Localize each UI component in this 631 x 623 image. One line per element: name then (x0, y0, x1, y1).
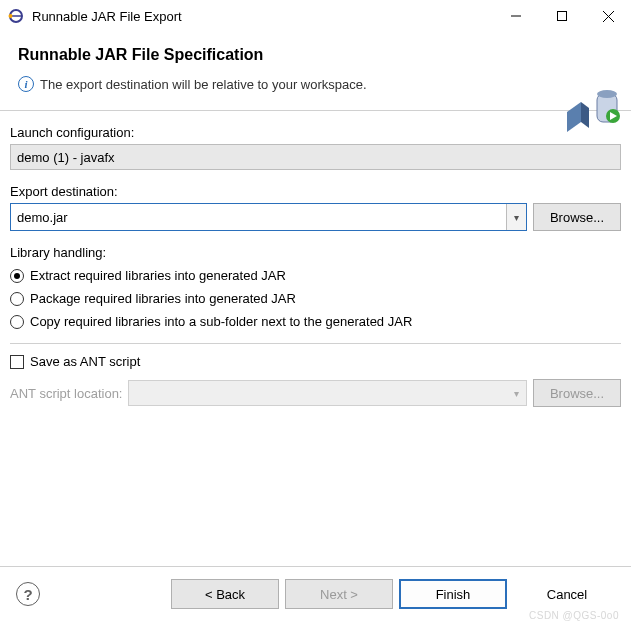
section-separator (10, 343, 621, 344)
library-handling-label: Library handling: (10, 245, 621, 260)
svg-point-10 (597, 90, 617, 98)
save-ant-label: Save as ANT script (30, 354, 140, 369)
content-area: Launch configuration: demo (1) - javafx … (0, 111, 631, 421)
chevron-down-icon[interactable]: ▾ (506, 204, 526, 230)
radio-copy[interactable]: Copy required libraries into a sub-folde… (10, 314, 621, 329)
jar-icon (567, 80, 623, 139)
radio-icon (10, 269, 24, 283)
wizard-header: Runnable JAR File Specification i The ex… (0, 32, 631, 110)
save-ant-checkbox[interactable]: Save as ANT script (10, 354, 621, 369)
help-button[interactable]: ? (16, 582, 40, 606)
export-dest-value: demo.jar (17, 210, 68, 225)
checkbox-icon (10, 355, 24, 369)
ant-location-label: ANT script location: (10, 386, 122, 401)
header-message-text: The export destination will be relative … (40, 77, 367, 92)
export-dest-input[interactable]: demo.jar ▾ (10, 203, 527, 231)
radio-copy-label: Copy required libraries into a sub-folde… (30, 314, 412, 329)
minimize-button[interactable] (493, 0, 539, 32)
export-dest-label: Export destination: (10, 184, 621, 199)
header-message: i The export destination will be relativ… (18, 76, 613, 92)
watermark: CSDN @QGS-0o0 (529, 610, 619, 621)
eclipse-icon (8, 8, 24, 24)
radio-package[interactable]: Package required libraries into generate… (10, 291, 621, 306)
window-title: Runnable JAR File Export (32, 9, 493, 24)
svg-marker-7 (567, 102, 581, 132)
launch-config-combo[interactable]: demo (1) - javafx (10, 144, 621, 170)
info-icon: i (18, 76, 34, 92)
browse-export-button[interactable]: Browse... (533, 203, 621, 231)
back-button[interactable]: < Back (171, 579, 279, 609)
radio-package-label: Package required libraries into generate… (30, 291, 296, 306)
window-buttons (493, 0, 631, 32)
radio-icon (10, 315, 24, 329)
chevron-down-icon: ▾ (506, 381, 526, 405)
browse-ant-button: Browse... (533, 379, 621, 407)
maximize-button[interactable] (539, 0, 585, 32)
cancel-button[interactable]: Cancel (513, 579, 621, 609)
launch-config-value: demo (1) - javafx (17, 150, 115, 165)
page-title: Runnable JAR File Specification (18, 46, 613, 64)
next-button: Next > (285, 579, 393, 609)
svg-point-2 (9, 14, 13, 18)
close-button[interactable] (585, 0, 631, 32)
launch-config-label: Launch configuration: (10, 125, 621, 140)
radio-extract-label: Extract required libraries into generate… (30, 268, 286, 283)
finish-button[interactable]: Finish (399, 579, 507, 609)
svg-rect-4 (558, 12, 567, 21)
radio-extract[interactable]: Extract required libraries into generate… (10, 268, 621, 283)
ant-location-input: ▾ (128, 380, 527, 406)
radio-icon (10, 292, 24, 306)
titlebar: Runnable JAR File Export (0, 0, 631, 32)
svg-marker-8 (581, 102, 589, 128)
library-handling-group: Extract required libraries into generate… (10, 268, 621, 329)
